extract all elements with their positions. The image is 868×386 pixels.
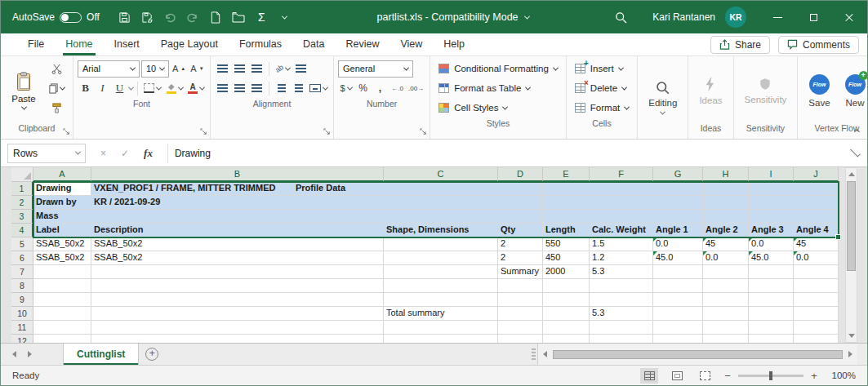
hscroll-left-icon[interactable] [538,344,552,365]
tab-file[interactable]: File [17,33,55,55]
tab-page-layout[interactable]: Page Layout [150,33,229,55]
cell-B3[interactable] [91,210,384,224]
autosum-button[interactable]: Σ [251,7,272,28]
insert-cells-button[interactable]: +Insert [571,59,633,78]
cell-A7[interactable] [33,265,91,279]
cell-B4[interactable]: Description [91,224,384,237]
ideas-button[interactable]: Ideas [692,59,728,122]
view-normal-button[interactable] [640,368,658,384]
editing-button[interactable]: Editing [642,59,683,137]
cell-F11[interactable] [590,321,653,335]
cell-F2[interactable] [590,196,653,210]
increase-decimal-button[interactable]: ←.0 [389,80,405,97]
cell-E9[interactable] [543,293,590,307]
tab-formulas[interactable]: Formulas [229,33,292,55]
cancel-button[interactable]: × [100,148,106,159]
copy-button[interactable] [44,78,69,98]
row-header-8[interactable]: 8 [11,279,33,293]
column-header-J[interactable]: J [794,167,839,182]
sheet-nav-left-icon[interactable] [12,351,16,357]
cell-C7[interactable] [384,265,498,279]
decrease-font-button[interactable]: A▼ [189,60,205,78]
row-header-9[interactable]: 9 [11,293,33,307]
increase-indent-button[interactable] [291,80,306,97]
cell-I9[interactable] [749,293,794,307]
increase-font-button[interactable]: A▲ [171,60,187,78]
cell-H8[interactable] [703,279,749,293]
cell-G2[interactable] [653,196,703,210]
number-dialog-launcher[interactable] [420,128,427,135]
column-header-D[interactable]: D [498,167,543,182]
orientation-button[interactable]: ab [274,60,292,78]
scroll-up-icon[interactable] [848,172,855,176]
cell-H1[interactable] [703,182,749,196]
row-header-7[interactable]: 7 [11,265,33,279]
cell-F5[interactable]: 1.5 [590,237,653,251]
cell-E7[interactable]: 2000 [543,265,590,279]
share-button[interactable]: Share [710,36,770,54]
cell-I2[interactable] [749,196,794,210]
cell-G11[interactable] [653,321,703,335]
column-header-C[interactable]: C [384,167,498,182]
row-header-1[interactable]: 1 [11,182,33,196]
cell-G6[interactable]: 45.0 [653,251,703,265]
column-header-I[interactable]: I [749,167,794,182]
cell-J4[interactable]: Angle 4 [794,224,839,237]
cell-A2[interactable]: Drawn by [33,196,91,210]
wrap-text-button[interactable] [293,60,309,78]
cell-G3[interactable] [653,210,703,224]
cell-I3[interactable] [749,210,794,224]
fill-color-button[interactable] [164,80,185,97]
cell-D12[interactable] [498,335,543,343]
enter-button[interactable]: ✓ [121,148,129,159]
clipboard-dialog-launcher[interactable] [63,128,70,135]
cell-H3[interactable] [703,210,749,224]
cell-G9[interactable] [653,293,703,307]
cell-H5[interactable]: 45 [703,237,749,251]
decrease-decimal-button[interactable]: .00→ [407,80,425,97]
cell-I7[interactable] [749,265,794,279]
number-format-select[interactable]: General [338,60,413,78]
view-page-break-button[interactable] [696,368,714,384]
name-box[interactable]: Rows [7,144,86,163]
cell-C11[interactable] [384,321,498,335]
horizontal-scrollbar[interactable] [537,344,857,365]
cell-F9[interactable] [590,293,653,307]
cell-F6[interactable]: 1.2 [590,251,653,265]
vscroll-thumb[interactable] [847,181,856,271]
cell-I12[interactable] [749,335,794,343]
cell-I10[interactable] [749,307,794,321]
cell-G1[interactable] [653,182,703,196]
row-header-6[interactable]: 6 [11,251,33,265]
cell-D6[interactable]: 2 [498,251,543,265]
cell-D3[interactable] [498,210,543,224]
window-title-area[interactable]: partlist.xls - Compatibility Mode [295,11,611,23]
cell-I8[interactable] [749,279,794,293]
cell-C12[interactable] [384,335,498,343]
undo-button[interactable] [160,7,180,28]
paste-button[interactable]: Paste [5,59,42,122]
column-header-A[interactable]: A [33,167,91,182]
cell-E6[interactable]: 450 [543,251,590,265]
user-name[interactable]: Kari Rantanen [652,11,715,23]
accounting-format-button[interactable]: $ [338,80,354,97]
cell-D8[interactable] [498,279,543,293]
cell-J5[interactable]: 45 [794,237,839,251]
merge-center-button[interactable] [308,80,329,97]
cell-G10[interactable] [653,307,703,321]
flow-new-button[interactable]: Flow New [839,59,868,122]
insert-function-button[interactable]: fx [144,147,153,160]
row-header-10[interactable]: 10 [11,307,33,321]
cell-B9[interactable] [91,293,384,307]
underline-button[interactable]: U [112,80,127,97]
cell-G5[interactable]: 0.0 [653,237,703,251]
cell-B11[interactable] [91,321,384,335]
cut-button[interactable] [44,59,69,78]
align-right-button[interactable] [249,80,265,97]
tab-insert[interactable]: Insert [104,33,150,55]
cell-B7[interactable] [91,265,384,279]
cell-J10[interactable] [794,307,839,321]
autosave-toggle[interactable]: AutoSave Off [1,11,108,23]
font-color-button[interactable]: A [186,80,206,97]
vertical-scrollbar[interactable] [845,167,857,343]
